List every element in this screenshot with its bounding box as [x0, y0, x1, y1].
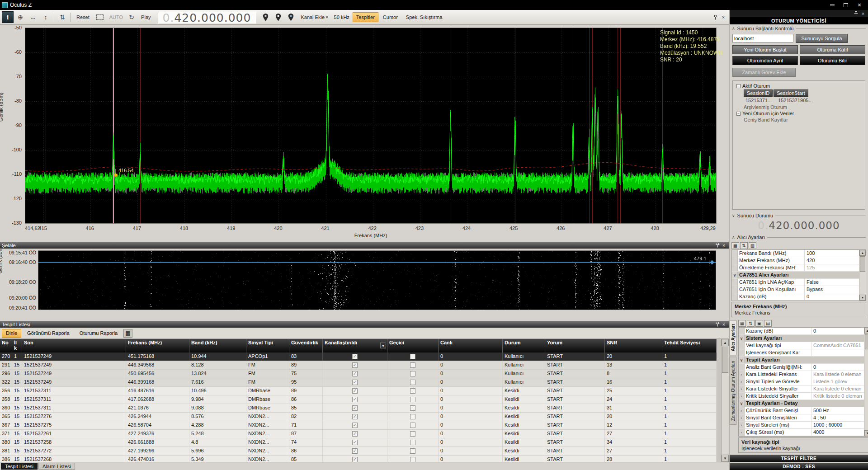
column-header-3[interactable]: Frekans (MHz): [126, 339, 189, 352]
pan-horizontal-icon[interactable]: ↔: [27, 12, 39, 23]
waterfall-plot[interactable]: [38, 251, 716, 310]
selection-rectangle-icon[interactable]: [94, 12, 106, 23]
property-row[interactable]: ›Çözünürlük Bant Genişl500 Hz: [739, 407, 864, 414]
session-button-3[interactable]: Oturumu Bitir: [800, 56, 865, 65]
side-tab-0[interactable]: Alıcı Ayarları: [730, 320, 736, 355]
checkbox-checked[interactable]: ✓: [352, 371, 358, 376]
column-header-12[interactable]: SNR: [605, 339, 662, 352]
pin-icon[interactable]: [714, 322, 721, 327]
property-row[interactable]: ›Kara Listedeki FrekansKara listede 0 el…: [739, 371, 864, 378]
row-expander-icon[interactable]: ›: [739, 414, 745, 421]
close-panel-icon[interactable]: ×: [721, 243, 727, 248]
row-expander-icon[interactable]: ›: [739, 393, 745, 400]
session-button-1[interactable]: Oturuma Katıl: [800, 45, 865, 54]
row-expander-icon[interactable]: ›: [739, 407, 745, 414]
row-expander-icon[interactable]: ∨: [739, 400, 745, 407]
checkbox-checked[interactable]: ✓: [352, 354, 358, 359]
session-id-value[interactable]: 15215371...: [745, 98, 772, 103]
bottom-tab-tespit-listesi[interactable]: Tespit Listesi: [1, 463, 38, 470]
property-row[interactable]: Frekans Bandı (MHz)100: [732, 250, 859, 257]
close-panel-icon[interactable]: ×: [720, 14, 727, 20]
table-row[interactable]: 27011521537249451.17516810.944APCOp183✓0…: [0, 352, 717, 361]
checkbox-unchecked[interactable]: [410, 423, 415, 428]
column-header-7[interactable]: Kanallaştırıldı▾: [323, 339, 387, 352]
row-expander-icon[interactable]: ›: [739, 429, 745, 436]
toggle-spek-s-k-t-rma[interactable]: Spek. Sıkıştırma: [402, 12, 446, 22]
property-row[interactable]: Kazanç (dB)0: [739, 328, 864, 335]
zoom-tool-icon[interactable]: ⊕: [15, 12, 26, 23]
property-row[interactable]: Kazanç (dB)0: [732, 293, 859, 301]
property-value[interactable]: Listede 1 görev: [811, 378, 864, 385]
row-expander-icon[interactable]: ›: [739, 422, 745, 428]
session-button-2[interactable]: Oturumdan Ayrıl: [732, 56, 798, 65]
property-value[interactable]: 500 Hz: [811, 407, 864, 414]
toggle-tespitler[interactable]: Tespitler: [353, 12, 378, 22]
column-header-10[interactable]: Durum: [503, 339, 545, 352]
checkbox-checked[interactable]: ✓: [352, 380, 358, 385]
report-view-button[interactable]: Görünümü Raporla: [23, 329, 74, 338]
grid-scrollbar[interactable]: ▲ ▼: [859, 250, 866, 301]
session-id-column[interactable]: SessionID: [744, 89, 773, 97]
toggle-cursor[interactable]: Cursor: [379, 12, 401, 22]
close-panel-icon[interactable]: ×: [859, 10, 867, 17]
refresh-icon[interactable]: ↻: [126, 12, 137, 23]
tree-item-active-session[interactable]: − Aktif Oturum: [736, 83, 864, 89]
table-row[interactable]: 356151521537311416.48761610.496DMRbase89…: [0, 387, 717, 395]
property-row[interactable]: İşlenecek Genişbant Ka:: [739, 349, 864, 357]
scroll-up-icon[interactable]: ▲: [859, 250, 866, 256]
column-header-13[interactable]: Tehdit Seviyesi: [662, 339, 717, 352]
property-row[interactable]: Analiz Bant Genişliği(MH:0: [739, 364, 864, 371]
column-header-4[interactable]: Band (kHz): [189, 339, 246, 352]
checkbox-checked[interactable]: ✓: [352, 448, 358, 454]
report-session-button[interactable]: Oturumu Raporla: [75, 329, 122, 338]
property-row[interactable]: ›Sinyal Tipleri ve GörevleListede 1 göre…: [739, 378, 864, 385]
frequency-display[interactable]: 0.420.000.000: [158, 11, 256, 24]
collapsed-panel-bar-0[interactable]: TESPİT FİLTRE: [730, 455, 868, 462]
scroll-thumb[interactable]: [722, 347, 728, 373]
property-value[interactable]: False: [805, 279, 859, 286]
table-row[interactable]: 291151521537249446.3495688.128FM89✓0Kull…: [0, 361, 717, 370]
spectrum-plot[interactable]: [25, 28, 716, 223]
panel-frequency-display[interactable]: 0.420.000.000: [730, 220, 868, 233]
column-header-1[interactable]: İl k: [12, 339, 22, 352]
table-row[interactable]: 371151521537261427.2493765.248NXDN2...87…: [0, 430, 717, 438]
row-expander-icon[interactable]: ›: [739, 378, 745, 385]
receiver-settings-header[interactable]: ∧ Alıcı Ayarları: [730, 233, 868, 241]
property-value[interactable]: [811, 349, 864, 356]
checkbox-checked[interactable]: ✓: [352, 457, 358, 462]
property-value[interactable]: Kara listede 0 eleman: [811, 385, 864, 392]
table-scrollbar[interactable]: ▲ ▼: [721, 339, 729, 462]
session-button-0[interactable]: Yeni Oturum Başlat: [732, 45, 798, 54]
alphabetical-icon[interactable]: ⇅: [740, 242, 748, 249]
query-server-button[interactable]: Sunucuyu Sorgula: [796, 34, 848, 43]
grid-scrollbar[interactable]: ▲ ▼: [864, 328, 868, 436]
property-value[interactable]: 4 ; 50: [811, 414, 864, 421]
checkbox-checked[interactable]: ✓: [352, 397, 358, 402]
scroll-down-icon[interactable]: ▼: [864, 430, 868, 436]
collapsed-panel-bar-1[interactable]: DEMOD - SES: [730, 463, 868, 470]
kanal-ekle-dropdown[interactable]: Kanal Ekle ▾: [298, 12, 330, 23]
property-value[interactable]: CommsAudit CA7851: [811, 342, 864, 349]
close-panel-icon[interactable]: ×: [721, 322, 727, 327]
property-category[interactable]: ∨Sistem Ayarları: [739, 335, 864, 342]
export-icon[interactable]: ▤: [764, 320, 772, 327]
property-value[interactable]: Kara listede 0 eleman: [811, 371, 864, 378]
filter-dropdown-icon[interactable]: ▾: [380, 343, 386, 348]
property-category[interactable]: ∨Tespit Ayarları - Detay: [739, 400, 864, 407]
checkbox-unchecked[interactable]: [410, 362, 415, 368]
column-header-11[interactable]: Yorum: [545, 339, 605, 352]
autoscale-icon[interactable]: ⇅: [57, 12, 68, 23]
pin-icon[interactable]: [712, 14, 719, 20]
property-row[interactable]: CA7851 için LNA Aç/KapFalse: [732, 279, 859, 286]
pin-icon[interactable]: [714, 243, 721, 248]
scroll-down-icon[interactable]: ▼: [722, 455, 729, 462]
table-row[interactable]: 360151521537311421.03769.088DMRbase85✓0K…: [0, 404, 717, 413]
session-start-column[interactable]: SessionStart: [774, 89, 808, 97]
tree-item-wideband-records[interactable]: Geniş Band Kayıtlar: [744, 117, 864, 123]
checkbox-unchecked[interactable]: [410, 448, 415, 454]
table-row[interactable]: 367151521537275426.587044.288NXDN2...71✓…: [0, 421, 717, 430]
property-value[interactable]: 0: [805, 293, 859, 300]
table-row[interactable]: 296151521537249450.69545613.824FM75✓0Kul…: [0, 370, 717, 378]
column-header-6[interactable]: Güvenilirlik: [289, 339, 323, 352]
property-row[interactable]: Örnekleme Frekansı (MH:125: [732, 264, 859, 272]
